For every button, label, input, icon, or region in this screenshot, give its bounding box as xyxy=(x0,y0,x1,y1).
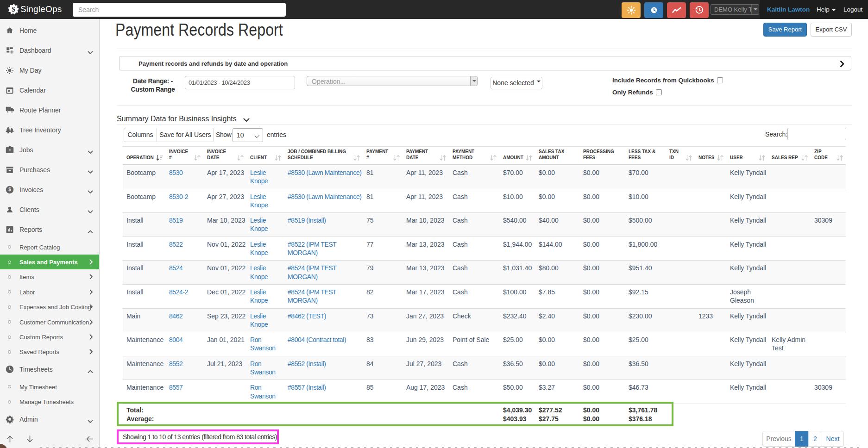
svg-text:S: S xyxy=(12,6,15,13)
svg-text:$: $ xyxy=(8,187,11,192)
